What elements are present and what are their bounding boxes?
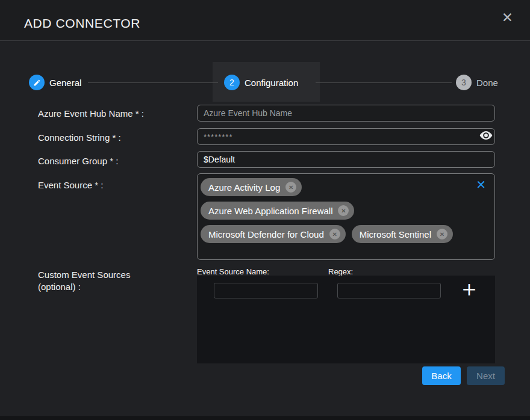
regex-label: Regex:: [328, 267, 353, 276]
tag-label: Azure Activity Log: [208, 182, 280, 193]
step-connector-line: [88, 82, 218, 83]
event-source-clear-all-icon[interactable]: ✕: [476, 179, 486, 191]
connection-string-input[interactable]: [197, 128, 495, 145]
edit-pencil-icon: [33, 79, 41, 87]
custom-label-line2: (optional) :: [38, 282, 81, 292]
event-source-tag: Azure Web Application Firewall ✕: [201, 202, 354, 220]
custom-event-source-name-input[interactable]: [214, 283, 318, 298]
add-connector-dialog: ADD CONNECTOR ✕ General 2 Configuration …: [0, 0, 530, 420]
tag-label: Microsoft Defender for Cloud: [208, 229, 324, 239]
consumer-group-input[interactable]: [197, 151, 495, 168]
event-source-multiselect[interactable]: Azure Activity Log ✕ Azure Web Applicati…: [197, 173, 495, 260]
event-source-name-label: Event Source Name:: [197, 267, 269, 276]
connection-string-label: Connection String * :: [38, 132, 121, 143]
step-done-label[interactable]: Done: [476, 78, 498, 88]
next-button[interactable]: Next: [467, 366, 505, 385]
dialog-header: ADD CONNECTOR ✕: [0, 0, 530, 41]
event-hub-name-label: Azure Event Hub Name * :: [38, 108, 144, 119]
event-hub-name-input[interactable]: [197, 105, 495, 122]
tag-label: Azure Web Application Firewall: [208, 206, 332, 216]
step-done-circle[interactable]: 3: [456, 75, 472, 90]
step-done-number: 3: [461, 78, 466, 87]
step-general-label[interactable]: General: [49, 78, 81, 88]
tag-remove-icon[interactable]: ✕: [285, 182, 296, 193]
step-configuration-number: 2: [229, 78, 234, 87]
back-button[interactable]: Back: [422, 366, 461, 385]
event-source-tag: Azure Activity Log ✕: [201, 178, 302, 196]
step-connector-line: [316, 82, 452, 83]
dialog-title: ADD CONNECTOR: [24, 16, 140, 31]
tag-remove-icon[interactable]: ✕: [329, 229, 340, 239]
event-source-tag: Microsoft Defender for Cloud ✕: [201, 225, 346, 243]
consumer-group-label: Consumer Group * :: [38, 156, 118, 166]
custom-event-source-regex-input[interactable]: [337, 283, 441, 298]
step-configuration-circle[interactable]: 2: [224, 75, 240, 90]
step-general-circle[interactable]: [29, 75, 45, 90]
show-password-eye-icon[interactable]: [479, 131, 494, 143]
step-configuration-label[interactable]: Configuration: [245, 78, 298, 88]
custom-event-sources-panel: +: [197, 276, 495, 363]
dialog-bottom-edge: [0, 416, 530, 420]
add-custom-source-plus-icon[interactable]: +: [461, 279, 477, 298]
event-source-tag: Microsoft Sentinel ✕: [352, 225, 453, 243]
tag-remove-icon[interactable]: ✕: [437, 229, 447, 239]
custom-label-line1: Custom Event Sources: [38, 270, 130, 280]
event-source-label: Event Source * :: [38, 180, 103, 190]
custom-event-sources-label: Custom Event Sources (optional) :: [38, 269, 130, 293]
close-icon[interactable]: ✕: [502, 11, 513, 25]
tag-remove-icon[interactable]: ✕: [338, 205, 349, 216]
tag-label: Microsoft Sentinel: [360, 229, 431, 239]
